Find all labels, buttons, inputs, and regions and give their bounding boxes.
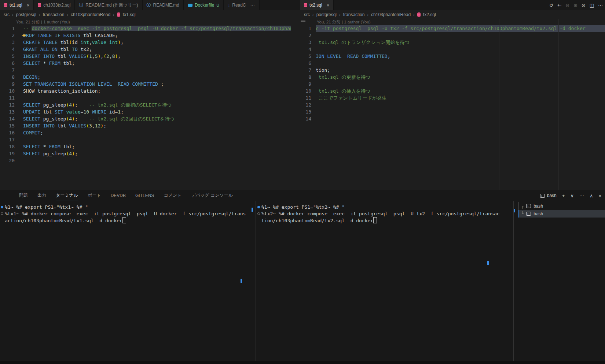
- tab-label: Dockerfile: [195, 3, 214, 8]
- terminal-area: %1~ %# export PS1="%tx1~ %# "%tx1~ %# do…: [0, 201, 605, 361]
- window-bottom-edge: [0, 361, 605, 364]
- tab-overflow-icon[interactable]: ⋯: [250, 3, 255, 8]
- tab-README.md[interactable]: ⓘREADME.md: [143, 0, 184, 10]
- active-terminal-entry[interactable]: › bash: [540, 193, 557, 198]
- close-tab-icon[interactable]: ×: [327, 3, 330, 8]
- line-number: 12: [300, 101, 316, 108]
- line-number: 14: [300, 115, 316, 122]
- tab-label: ReadC: [232, 3, 246, 8]
- tab-label: tx1.sql: [10, 3, 22, 8]
- breadcrumb-item[interactable]: ch103phantomRead: [71, 12, 110, 17]
- tab-Dockerfile[interactable]: DockerfileU: [184, 0, 224, 10]
- terminal-icon: ›: [526, 204, 531, 208]
- panel-tab-問題[interactable]: 問題: [19, 190, 28, 201]
- line-number: 4: [0, 46, 23, 53]
- previous-change-icon[interactable]: ⊖: [565, 3, 569, 8]
- code-editor-tx2[interactable]: 1c -it postgresql psql -U tx2 -f src/pos…: [300, 25, 605, 122]
- panel-tab-DEVDB[interactable]: DEVDB: [111, 190, 126, 201]
- line-number: 6: [300, 60, 316, 67]
- tab-label: tx2.sql: [309, 3, 322, 8]
- editor-group-right: src›postgresql›transaction›ch103phantomR…: [300, 10, 605, 190]
- split-connector-active: [518, 210, 519, 218]
- split-editor-icon[interactable]: ◫: [590, 3, 594, 8]
- tab-ch1033tx2.sql[interactable]: ch1033tx2.sql: [34, 0, 75, 10]
- editor-actions: ↺⇠⊖⊕⊘◫⋯: [549, 0, 603, 10]
- code-line: 6SELECT * FROM tbl;: [0, 60, 291, 67]
- terminal-pane-tx2[interactable]: %1~ %# export PS1="%tx2~ %# "%tx2~ %# do…: [256, 201, 513, 361]
- panel-tab-コメント[interactable]: コメント: [164, 190, 182, 201]
- code-line: 14SELECT pg_sleep(4); -- tx2.sql の2回目のSE…: [0, 115, 291, 122]
- breadcrumb-item[interactable]: postgresql: [316, 12, 337, 17]
- breadcrumb-item[interactable]: transaction: [43, 12, 65, 17]
- close-tab-icon[interactable]: ×: [27, 3, 30, 8]
- panel-tab-ポート[interactable]: ポート: [88, 190, 101, 201]
- line-number: 6: [0, 60, 23, 67]
- column-ruler: [558, 19, 559, 190]
- docker-whale-icon: [188, 4, 192, 7]
- tab-README.md-[interactable]: ⓘREADME.md (作業ツリー): [75, 0, 142, 10]
- code-line-content: [23, 94, 291, 101]
- tab-ReadC[interactable]: ↓ReadC⋯: [224, 0, 259, 10]
- breadcrumb-separator-icon: ›: [113, 12, 114, 17]
- line-number: 1: [0, 25, 23, 32]
- code-line: 15INSERT INTO tbl VALUES(3,12);: [0, 122, 291, 129]
- code-line-content: UPDATE tbl SET value=10 WHERE id=1;: [23, 108, 291, 115]
- code-line: 10 tx1.sql の挿入を待つ: [300, 88, 605, 94]
- editor-group-left: src›postgresql›transaction›ch103phantomR…: [0, 10, 300, 190]
- code-line: 7: [0, 67, 291, 74]
- command-running-icon: [257, 212, 260, 215]
- code-line-content: ここでファントムリードが発生: [316, 94, 605, 101]
- maximize-panel-icon[interactable]: ∧: [590, 193, 593, 198]
- next-change-icon[interactable]: ⊕: [573, 3, 578, 8]
- code-line-content: GRANT ALL ON tbl TO tx2;: [23, 46, 291, 53]
- more-terminal-actions-icon[interactable]: ⋯: [579, 193, 584, 198]
- tab-bar: tx1.sql×ch1033tx2.sqlⓘREADME.md (作業ツリー)ⓘ…: [0, 0, 605, 10]
- panel-tab-デバッグ コンソール[interactable]: デバッグ コンソール: [191, 190, 233, 201]
- line-number: 7: [0, 67, 23, 74]
- sql-database-icon: [304, 3, 307, 7]
- gitlens-blame: You, 21 分前 | 1 author (You): [0, 19, 300, 25]
- breadcrumb-item[interactable]: ch103phantomRead: [371, 12, 411, 17]
- line-number: 4: [300, 46, 316, 53]
- breadcrumb-file[interactable]: tx2.sql: [423, 12, 436, 17]
- breadcrumb-item[interactable]: postgresql: [16, 12, 36, 17]
- breadcrumb-separator-icon: ›: [312, 12, 314, 17]
- panel-tab-GITLENS[interactable]: GITLENS: [135, 190, 154, 201]
- back-icon[interactable]: ⇠: [557, 3, 561, 8]
- terminal-line: %tx2~ %# docker-compose exec -it postgre…: [256, 211, 513, 217]
- close-panel-icon[interactable]: ×: [598, 193, 601, 198]
- code-line: 12SELECT pg_sleep(4); -- tx2.sql の最初のSEL…: [0, 101, 291, 108]
- run-query-icon[interactable]: ⊘: [582, 3, 586, 8]
- launch-profile-icon[interactable]: ∨: [570, 193, 574, 198]
- panel-tab-ターミナル[interactable]: ターミナル: [56, 190, 78, 201]
- code-line-content: [316, 60, 605, 67]
- terminal-line: %tx1~ %# docker-compose exec -it postgre…: [0, 211, 256, 217]
- code-line-content: [23, 136, 291, 143]
- code-line: 2: [300, 32, 605, 39]
- terminal-shell-label: bash: [547, 193, 557, 198]
- code-line: 9SET TRANSACTION ISOLATION LEVEL READ CO…: [0, 81, 291, 88]
- terminal-list-item-bash[interactable]: └›bash: [514, 210, 605, 218]
- timeline-icon[interactable]: ↺: [549, 3, 553, 8]
- breadcrumb-file[interactable]: tx1.sql: [123, 12, 136, 17]
- code-editor-tx1[interactable]: 1-- docker-compose exec -it postgresql p…: [0, 25, 291, 164]
- vscode-window: tx1.sql×ch1033tx2.sqlⓘREADME.md (作業ツリー)ⓘ…: [0, 0, 605, 364]
- tab-tx1.sql[interactable]: tx1.sql×: [0, 0, 34, 10]
- terminal-list-item-bash[interactable]: ┌›bash: [514, 202, 605, 210]
- code-line-content: SELECT * FROM tbl;: [23, 60, 291, 67]
- tab-tx2.sql[interactable]: tx2.sql×: [300, 0, 334, 10]
- new-terminal-icon[interactable]: +: [562, 193, 565, 198]
- breadcrumb-item[interactable]: transaction: [343, 12, 365, 17]
- panel-tab-出力[interactable]: 出力: [37, 190, 46, 201]
- line-number: 11: [0, 94, 23, 101]
- terminal-pane-tx1[interactable]: %1~ %# export PS1="%tx1~ %# "%tx1~ %# do…: [0, 201, 256, 361]
- line-number: 9: [300, 81, 316, 88]
- scroll-decoration: [487, 261, 489, 265]
- breadcrumb-item[interactable]: src: [4, 12, 10, 17]
- more-actions-icon[interactable]: ⋯: [598, 3, 603, 8]
- terminal-icon: ›: [540, 194, 545, 198]
- scrollbar-decoration: [301, 21, 305, 22]
- breadcrumb-item[interactable]: src: [304, 12, 310, 17]
- terminal-cursor: [373, 217, 377, 223]
- breadcrumb-separator-icon: ›: [339, 12, 341, 17]
